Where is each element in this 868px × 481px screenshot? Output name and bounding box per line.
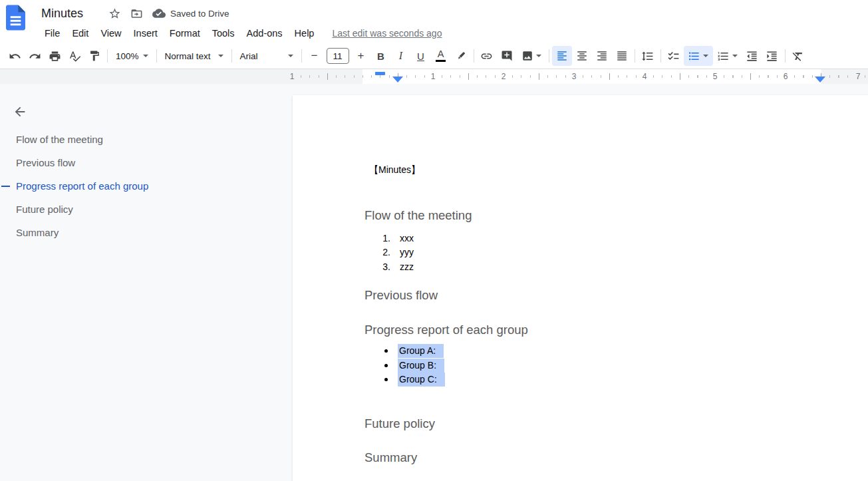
align-left-button[interactable] — [552, 46, 572, 66]
numbered-list-button[interactable] — [713, 46, 742, 66]
star-icon[interactable] — [106, 5, 123, 22]
saved-status[interactable]: Saved to Drive — [152, 7, 229, 20]
selected-text: Group B: — [398, 359, 444, 373]
heading-future-policy[interactable]: Future policy — [364, 416, 435, 431]
menu-tools[interactable]: Tools — [206, 26, 241, 41]
outline-item-label: Previous flow — [16, 157, 75, 168]
heading-progress-report[interactable]: Progress report of each group — [364, 323, 528, 337]
undo-button[interactable] — [5, 46, 25, 66]
align-justify-button[interactable] — [612, 46, 632, 66]
ruler-label: 6 — [782, 69, 790, 84]
menu-file[interactable]: File — [39, 26, 66, 41]
numbered-list-item[interactable]: 3.zzz — [355, 259, 414, 274]
list-number: 3. — [355, 261, 390, 272]
list-text: yyy — [400, 247, 414, 257]
outline-item-progress-report[interactable]: Progress report of each group — [0, 174, 293, 198]
ruler-label: 3 — [570, 69, 579, 84]
insert-image-button[interactable] — [517, 46, 546, 66]
google-docs-logo-icon[interactable] — [6, 5, 25, 33]
outline-item-label: Flow of the meeting — [16, 134, 103, 145]
checklist-button[interactable] — [664, 46, 684, 66]
horizontal-ruler[interactable]: 1 1 2 3 4 5 6 7 — [0, 69, 868, 84]
increase-indent-button[interactable] — [762, 46, 782, 66]
underline-button[interactable]: U — [411, 46, 431, 66]
outline-item-label: Progress report of each group — [16, 180, 148, 192]
font-size-increase-button[interactable]: + — [351, 46, 371, 66]
text-color-button[interactable]: A — [431, 46, 451, 66]
menu-bar: File Edit View Insert Format Tools Add-o… — [39, 24, 868, 43]
title-row: Minutes Saved to Drive — [39, 4, 868, 23]
align-right-button[interactable] — [592, 46, 612, 66]
bulleted-list-item[interactable]: Group C: — [364, 373, 445, 387]
redo-button[interactable] — [25, 46, 45, 66]
ruler-label: 1 — [429, 69, 438, 84]
chevron-down-icon — [703, 55, 708, 57]
italic-button[interactable]: I — [391, 46, 411, 66]
bulleted-list-item[interactable]: Group B: — [364, 359, 445, 373]
insert-link-button[interactable] — [477, 46, 497, 66]
selected-text: Group C: — [398, 373, 445, 387]
outline-item-previous-flow[interactable]: Previous flow — [0, 151, 293, 174]
paragraph-style-select[interactable]: Normal text — [160, 46, 229, 66]
outline-item-future-policy[interactable]: Future policy — [0, 198, 293, 221]
chevron-down-icon — [288, 55, 293, 57]
doc-title-text[interactable]: 【Minutes】 — [369, 164, 420, 176]
font-value: Arial — [240, 51, 258, 61]
header: Minutes Saved to Drive File Edit View — [0, 0, 868, 43]
list-number: 2. — [355, 247, 390, 257]
heading-flow-of-the-meeting[interactable]: Flow of the meeting — [364, 208, 472, 223]
menu-view[interactable]: View — [94, 26, 127, 41]
clear-formatting-button[interactable] — [788, 46, 808, 66]
print-button[interactable] — [45, 46, 65, 66]
decrease-indent-button[interactable] — [742, 46, 762, 66]
menu-edit[interactable]: Edit — [66, 26, 94, 41]
left-indent-marker[interactable] — [392, 77, 403, 82]
toolbar-separator — [549, 49, 549, 63]
move-folder-icon[interactable] — [128, 5, 145, 22]
font-select[interactable]: Arial — [235, 46, 299, 66]
font-size-input[interactable]: 11 — [327, 48, 349, 64]
right-indent-marker[interactable] — [815, 77, 825, 82]
bulleted-list: Group A: Group B: Group C: — [364, 344, 445, 387]
bulleted-list-item[interactable]: Group A: — [364, 344, 445, 359]
bulleted-list-button[interactable] — [684, 46, 713, 66]
paragraph-style-value: Normal text — [165, 51, 211, 61]
header-right: Minutes Saved to Drive File Edit View — [39, 4, 868, 43]
line-spacing-button[interactable] — [638, 46, 658, 66]
font-size-decrease-button[interactable]: − — [305, 46, 325, 66]
document-page[interactable]: 【Minutes】 Flow of the meeting 1.xxx 2.yy… — [293, 95, 868, 481]
spellcheck-button[interactable] — [65, 46, 84, 66]
chevron-down-icon — [143, 55, 148, 57]
zoom-value: 100% — [116, 51, 139, 61]
menu-format[interactable]: Format — [164, 26, 206, 41]
toolbar-separator — [107, 49, 108, 63]
ruler-label: 1 — [288, 69, 297, 84]
content-area: Flow of the meeting Previous flow Progre… — [0, 84, 868, 481]
document-title[interactable]: Minutes — [39, 6, 86, 21]
bullet-icon — [384, 349, 388, 353]
outline-item-summary[interactable]: Summary — [0, 221, 293, 244]
menu-addons[interactable]: Add-ons — [241, 26, 289, 41]
heading-summary[interactable]: Summary — [364, 450, 417, 465]
document-outline-panel: Flow of the meeting Previous flow Progre… — [0, 84, 293, 481]
heading-previous-flow[interactable]: Previous flow — [364, 288, 438, 303]
first-line-indent-marker[interactable] — [375, 72, 385, 75]
add-comment-button[interactable] — [497, 46, 517, 66]
numbered-list: 1.xxx 2.yyy 3.zzz — [355, 231, 414, 274]
outline-item-flow-of-the-meeting[interactable]: Flow of the meeting — [0, 128, 293, 151]
numbered-list-item[interactable]: 1.xxx — [355, 231, 414, 245]
cloud-check-icon — [152, 7, 166, 20]
highlight-color-button[interactable] — [451, 46, 471, 66]
paint-format-button[interactable] — [84, 46, 104, 66]
numbered-list-item[interactable]: 2.yyy — [355, 245, 414, 260]
bold-button[interactable]: B — [371, 46, 391, 66]
toolbar-separator — [231, 49, 232, 63]
align-center-button[interactable] — [572, 46, 592, 66]
menu-insert[interactable]: Insert — [128, 26, 164, 41]
last-edit-link[interactable]: Last edit was seconds ago — [332, 28, 442, 39]
zoom-select[interactable]: 100% — [110, 46, 154, 66]
menu-help[interactable]: Help — [289, 26, 321, 41]
toolbar-separator — [660, 49, 661, 63]
outline-item-label: Future policy — [16, 204, 73, 215]
close-outline-button[interactable] — [11, 102, 29, 121]
